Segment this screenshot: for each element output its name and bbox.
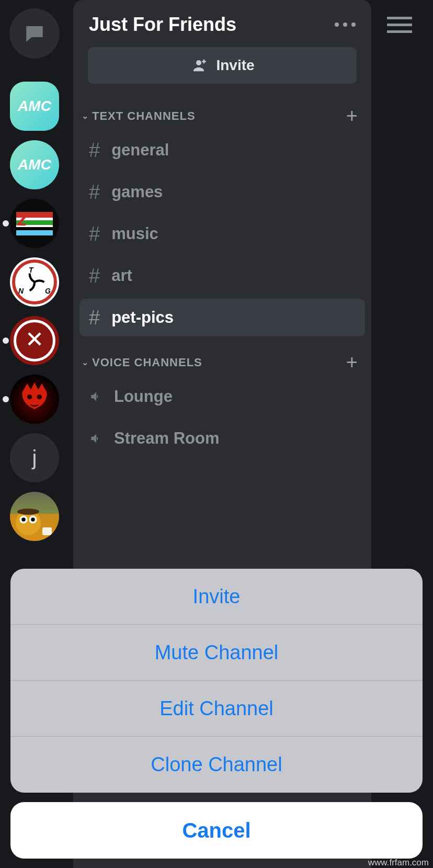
sheet-edit[interactable]: Edit Channel [10, 681, 423, 737]
action-sheet: Invite Mute Channel Edit Channel Clone C… [10, 569, 423, 859]
sheet-clone[interactable]: Clone Channel [10, 737, 423, 793]
sheet-invite[interactable]: Invite [10, 569, 423, 625]
action-sheet-group: Invite Mute Channel Edit Channel Clone C… [10, 569, 423, 793]
watermark: www.frfam.com [368, 858, 429, 868]
sheet-cancel[interactable]: Cancel [10, 802, 423, 859]
sheet-mute[interactable]: Mute Channel [10, 625, 423, 681]
